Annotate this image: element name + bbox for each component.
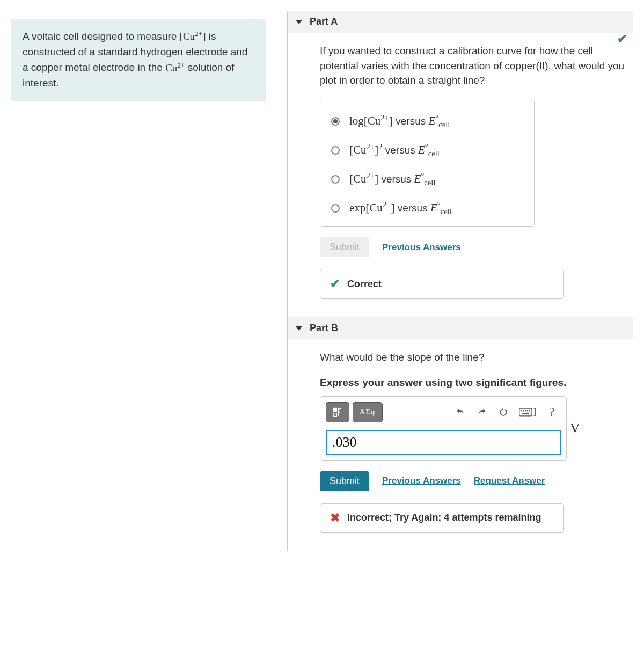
answer-toolbar: √ ΑΣφ: [326, 402, 561, 422]
submit-button[interactable]: Submit: [320, 237, 369, 257]
redo-icon: [477, 407, 487, 418]
option-label: [Cu2+]2 versus E°cell: [349, 142, 440, 158]
svg-rect-6: [525, 410, 526, 411]
submit-button[interactable]: Submit: [320, 471, 369, 491]
intro-text: A voltaic cell designed to measure: [23, 31, 180, 42]
answer-box: √ ΑΣφ: [320, 396, 567, 461]
chevron-down-icon: [296, 326, 302, 331]
x-icon: ✖: [330, 511, 340, 525]
keyboard-icon: [519, 407, 532, 417]
svg-rect-7: [527, 410, 528, 411]
feedback-correct: ✔ Correct: [320, 269, 564, 299]
reset-icon: [498, 407, 509, 418]
feedback-incorrect: ✖ Incorrect; Try Again; 4 attempts remai…: [320, 503, 564, 533]
greek-button[interactable]: ΑΣφ: [353, 402, 383, 422]
undo-icon: [455, 407, 466, 418]
previous-answers-link[interactable]: Previous Answers: [382, 476, 461, 486]
part-a-header[interactable]: Part A ✔: [288, 11, 633, 33]
svg-text:√: √: [338, 407, 340, 412]
radio-icon[interactable]: [331, 117, 340, 126]
part-b-question: What would be the slope of the line?: [320, 350, 633, 365]
svg-rect-4: [521, 410, 522, 411]
options-group: log[Cu2+] versus E°cell [Cu2+]2 versus E…: [320, 100, 535, 227]
fraction-icon: √: [332, 407, 343, 418]
check-icon: ✔: [330, 277, 340, 291]
feedback-text: Correct: [347, 279, 382, 290]
radio-icon[interactable]: [331, 204, 340, 213]
templates-button[interactable]: √: [326, 402, 349, 422]
check-icon: ✔: [617, 32, 627, 46]
svg-rect-1: [334, 413, 337, 417]
request-answer-link[interactable]: Request Answer: [474, 476, 545, 486]
redo-button[interactable]: [473, 402, 491, 422]
svg-rect-5: [523, 410, 524, 411]
answer-unit: V: [570, 420, 580, 436]
option-label: [Cu2+] versus E°cell: [349, 171, 436, 187]
option-2[interactable]: [Cu2+]2 versus E°cell: [330, 136, 524, 165]
option-label: exp[Cu2+] versus E°cell: [349, 200, 452, 216]
svg-rect-3: [519, 408, 532, 416]
intro-ion: Cu2+: [165, 62, 185, 74]
reset-button[interactable]: [494, 402, 513, 422]
intro-measure-expr: [Cu2+]: [180, 31, 206, 42]
svg-rect-9: [522, 413, 529, 414]
part-a-title: Part A: [310, 16, 338, 27]
svg-rect-0: [334, 408, 337, 411]
answer-input[interactable]: [326, 430, 561, 455]
previous-answers-link[interactable]: Previous Answers: [382, 242, 461, 253]
help-button[interactable]: ?: [543, 402, 561, 422]
chevron-down-icon: [296, 20, 302, 24]
radio-icon[interactable]: [331, 146, 340, 155]
problem-intro: A voltaic cell designed to measure [Cu2+…: [11, 19, 266, 101]
part-b-header[interactable]: Part B: [288, 317, 633, 339]
part-b-hint: Express your answer using two significan…: [320, 377, 633, 389]
option-1[interactable]: log[Cu2+] versus E°cell: [330, 107, 524, 136]
option-label: log[Cu2+] versus E°cell: [349, 113, 450, 129]
option-3[interactable]: [Cu2+] versus E°cell: [330, 165, 524, 194]
radio-icon[interactable]: [331, 175, 340, 184]
part-a-question: If you wanted to construct a calibration…: [320, 43, 633, 88]
feedback-text: Incorrect; Try Again; 4 attempts remaini…: [347, 512, 541, 523]
keyboard-button[interactable]: ]: [516, 402, 539, 422]
option-4[interactable]: exp[Cu2+] versus E°cell: [330, 194, 524, 223]
svg-rect-8: [529, 410, 530, 411]
part-b-title: Part B: [310, 323, 338, 334]
undo-button[interactable]: [451, 402, 470, 422]
